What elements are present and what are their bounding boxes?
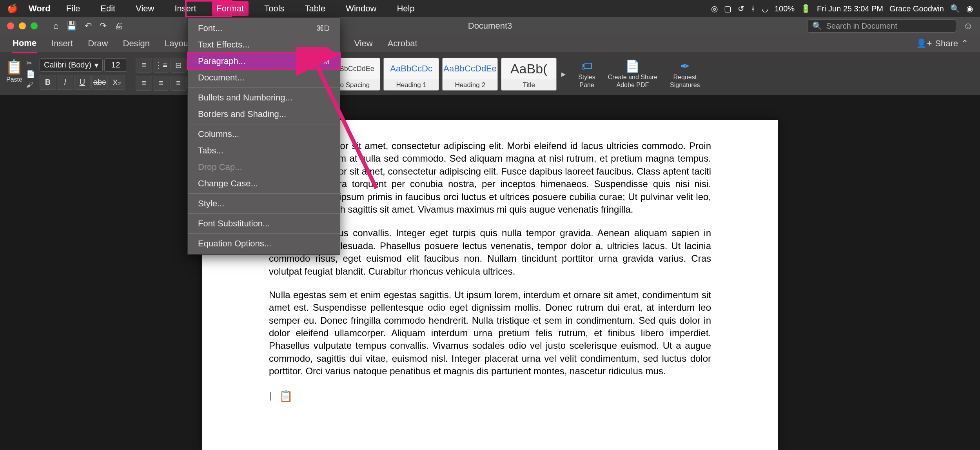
tab-view[interactable]: View (353, 35, 373, 53)
maximize-window-button[interactable] (31, 22, 38, 29)
menu-tools[interactable]: Tools (260, 1, 289, 16)
battery-icon[interactable]: 🔋 (801, 4, 811, 13)
chevron-down-icon: ▾ (94, 60, 98, 70)
menu-item-columns[interactable]: Columns... (188, 126, 340, 142)
menu-item-equation-options[interactable]: Equation Options... (188, 235, 340, 252)
menu-item-label: Borders and Shading... (198, 109, 286, 119)
menu-separator (188, 233, 340, 234)
document-area[interactable]: Lorem ipsum dolor sit amet, consectetur … (0, 95, 980, 450)
request-signatures-button[interactable]: ✒ Request Signatures (670, 59, 700, 89)
pdf-l2: Adobe PDF (617, 82, 649, 89)
menu-insert[interactable]: Insert (170, 1, 201, 16)
menu-item-change-case[interactable]: Change Case... (188, 175, 340, 192)
menu-view[interactable]: View (131, 1, 159, 16)
menu-item-style[interactable]: Style... (188, 195, 340, 212)
style-heading-1[interactable]: AaBbCcDcHeading 1 (383, 58, 439, 91)
format-painter-icon[interactable]: 🖌 (26, 81, 35, 89)
paragraph-3[interactable]: Nulla egestas sem et enim egestas sagitt… (269, 289, 711, 378)
minimize-window-button[interactable] (19, 22, 26, 29)
clock-icon[interactable]: ↺ (738, 4, 744, 13)
italic-button[interactable]: I (57, 75, 73, 90)
style-heading-2[interactable]: AaBbCcDdEeHeading 2 (442, 58, 498, 91)
menu-item-paragraph[interactable]: Paragraph...⌥⌘M (188, 53, 340, 69)
print-icon[interactable]: 🖨 (114, 21, 123, 31)
apple-icon[interactable]: 🍎 (7, 4, 18, 14)
menu-item-label: Drop Cap... (198, 162, 242, 172)
feedback-icon[interactable]: ☺ (963, 20, 973, 31)
format-menu-dropdown: Font...⌘DText Effects...Paragraph...⌥⌘MD… (187, 17, 340, 255)
styles-pane-icon: 🏷 (581, 60, 593, 73)
menu-file[interactable]: File (62, 1, 85, 16)
tab-acrobat[interactable]: Acrobat (387, 35, 418, 53)
spotlight-icon[interactable]: 🔍 (950, 4, 960, 13)
close-window-button[interactable] (7, 22, 14, 29)
datetime: Fri Jun 25 3:04 PM (817, 4, 883, 13)
share-icon: 👤+ (916, 38, 932, 49)
bullets-button[interactable]: ≡ (136, 58, 152, 73)
paste-button[interactable]: 📋 Paste (5, 59, 23, 89)
paste-label: Paste (6, 76, 22, 83)
menu-item-shortcut: ⌘D (316, 24, 330, 33)
airplay-icon[interactable]: ▢ (724, 4, 731, 13)
create-pdf-button[interactable]: 📄 Create and Share Adobe PDF (608, 59, 657, 89)
menu-item-font-substitution[interactable]: Font Substitution... (188, 215, 340, 232)
menu-item-bullets-and-numbering[interactable]: Bullets and Numbering... (188, 89, 340, 106)
wifi-icon[interactable]: ◡ (762, 4, 768, 13)
search-in-document[interactable]: 🔍 Search in Document (807, 19, 956, 33)
menu-edit[interactable]: Edit (96, 1, 120, 16)
menu-item-document[interactable]: Document... (188, 69, 340, 86)
menu-window[interactable]: Window (341, 1, 381, 16)
copy-icon[interactable]: 📄 (26, 70, 35, 78)
style-title[interactable]: AaBb(Title (501, 58, 557, 91)
styles-pane-button[interactable]: 🏷 Styles Pane (578, 60, 595, 89)
align-right-button[interactable]: ≡ (170, 76, 187, 91)
tab-draw[interactable]: Draw (87, 35, 109, 53)
tab-home[interactable]: Home (12, 34, 37, 53)
underline-button[interactable]: U (74, 75, 91, 90)
multilevel-list-button[interactable]: ⊟ (170, 58, 187, 73)
ribbon: 📋 Paste ✂ 📄 🖌 Calibri (Body) ▾ 12 B I U … (0, 53, 980, 95)
redo-icon[interactable]: ↷ (100, 21, 107, 31)
cursor-line[interactable]: | 📋 (269, 389, 711, 404)
siri-icon[interactable]: ◉ (966, 4, 973, 13)
paste-options-icon[interactable]: 📋 (279, 389, 293, 404)
tab-design[interactable]: Design (122, 35, 151, 53)
subscript-button[interactable]: X₂ (109, 75, 125, 90)
cut-icon[interactable]: ✂ (26, 59, 35, 67)
tab-insert[interactable]: Insert (51, 35, 74, 53)
menu-item-label: Columns... (198, 129, 239, 139)
menu-item-tabs[interactable]: Tabs... (188, 142, 340, 159)
menu-table[interactable]: Table (300, 1, 330, 16)
clipboard-icon: 📋 (5, 59, 23, 75)
battery-percent: 100% (775, 4, 795, 13)
cloud-icon[interactable]: ◎ (711, 4, 718, 13)
font-size-value: 12 (111, 60, 120, 69)
align-center-button[interactable]: ≡ (153, 76, 169, 91)
search-placeholder: Search in Document (826, 22, 897, 31)
menu-format[interactable]: Format (212, 1, 249, 16)
menu-separator (188, 193, 340, 194)
save-icon[interactable]: 💾 (66, 21, 77, 31)
menu-item-font[interactable]: Font...⌘D (188, 20, 340, 36)
menu-item-text-effects[interactable]: Text Effects... (188, 36, 340, 53)
menu-item-label: Paragraph... (198, 56, 245, 66)
bold-button[interactable]: B (40, 75, 56, 90)
align-left-button[interactable]: ≡ (136, 76, 152, 91)
menu-item-borders-and-shading[interactable]: Borders and Shading... (188, 106, 340, 122)
app-name[interactable]: Word (29, 4, 51, 14)
font-size-select[interactable]: 12 (104, 58, 127, 72)
sig-l2: Signatures (670, 82, 700, 89)
menu-help[interactable]: Help (392, 1, 419, 16)
menu-item-label: Font Substitution... (198, 219, 270, 229)
font-name-value: Calibri (Body) (44, 60, 91, 69)
user-name[interactable]: Grace Goodwin (889, 4, 944, 13)
status-tray: ◎ ▢ ↺ ᚼ ◡ 100% 🔋 Fri Jun 25 3:04 PM Grac… (711, 4, 973, 13)
strikethrough-button[interactable]: abc (91, 75, 108, 90)
bluetooth-icon[interactable]: ᚼ (751, 4, 755, 13)
home-icon[interactable]: ⌂ (53, 21, 58, 31)
numbering-button[interactable]: ⋮≡ (153, 58, 169, 73)
undo-icon[interactable]: ↶ (85, 21, 92, 31)
share-button[interactable]: 👤+ Share ⌃ (916, 38, 968, 49)
font-name-select[interactable]: Calibri (Body) ▾ (40, 58, 103, 72)
styles-more-icon[interactable]: ▸ (561, 69, 566, 79)
